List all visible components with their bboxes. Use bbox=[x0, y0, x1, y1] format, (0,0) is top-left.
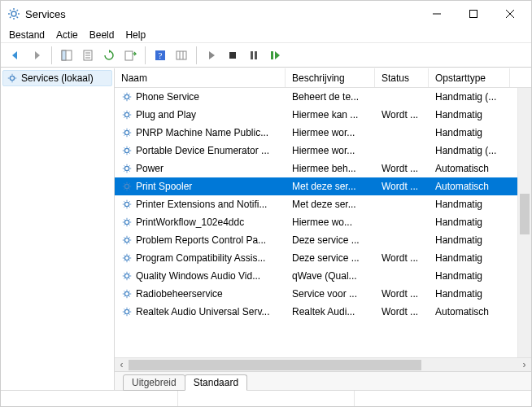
service-gear-icon bbox=[121, 199, 133, 210]
stop-service-button[interactable] bbox=[223, 46, 242, 65]
tabbar: Uitgebreid Standaard bbox=[115, 372, 531, 390]
svg-line-96 bbox=[129, 201, 130, 202]
refresh-button[interactable] bbox=[99, 46, 119, 65]
menu-file[interactable]: Bestand bbox=[9, 29, 45, 41]
service-gear-icon bbox=[121, 109, 133, 120]
service-row[interactable]: Quality Windows Audio Vid...qWave (Qual.… bbox=[115, 267, 531, 285]
svg-rect-27 bbox=[255, 51, 257, 59]
close-button[interactable] bbox=[491, 2, 528, 25]
scroll-right-icon[interactable]: › bbox=[517, 358, 531, 372]
service-gear-icon bbox=[121, 234, 133, 246]
service-startup: Automatisch bbox=[429, 181, 510, 192]
help-button[interactable]: ? bbox=[150, 46, 170, 65]
columns-button[interactable] bbox=[172, 46, 191, 65]
service-name: Printer Extensions and Notifi... bbox=[136, 199, 267, 210]
back-button[interactable] bbox=[6, 46, 25, 65]
service-startup: Handmatig bbox=[429, 109, 510, 120]
svg-line-141 bbox=[129, 291, 130, 291]
menu-action[interactable]: Actie bbox=[56, 29, 78, 41]
service-row[interactable]: Phone ServiceBeheert de te...Handmatig (… bbox=[115, 88, 531, 106]
service-description: Hiermee wo... bbox=[286, 217, 375, 228]
svg-rect-26 bbox=[251, 51, 253, 59]
service-row[interactable]: Printer Extensions and Notifi...Met deze… bbox=[115, 195, 531, 213]
column-header-startup[interactable]: Opstarttype bbox=[429, 68, 510, 87]
export-list-button[interactable] bbox=[120, 46, 140, 65]
svg-point-115 bbox=[124, 256, 129, 260]
svg-line-139 bbox=[129, 296, 130, 297]
service-row[interactable]: Problem Reports Control Pa...Deze servic… bbox=[115, 231, 531, 249]
service-row[interactable]: Plug and PlayHiermee kan ...Wordt ...Han… bbox=[115, 106, 531, 124]
pause-service-button[interactable] bbox=[244, 46, 264, 65]
tab-extended[interactable]: Uitgebreid bbox=[123, 374, 185, 391]
svg-line-113 bbox=[124, 243, 124, 243]
svg-line-94 bbox=[129, 207, 130, 208]
service-startup: Handmatig bbox=[429, 199, 510, 210]
svg-line-41 bbox=[124, 99, 124, 100]
service-description: Deze service ... bbox=[286, 234, 375, 246]
scroll-left-icon[interactable]: ‹ bbox=[115, 358, 129, 372]
restart-service-button[interactable] bbox=[265, 46, 285, 65]
show-hide-tree-button[interactable] bbox=[57, 46, 76, 65]
svg-point-124 bbox=[124, 274, 129, 278]
service-description: Met deze ser... bbox=[286, 199, 375, 210]
svg-line-93 bbox=[124, 201, 124, 202]
svg-line-69 bbox=[129, 147, 130, 148]
service-name: Power bbox=[136, 163, 164, 174]
column-header-name[interactable]: Naam bbox=[115, 68, 286, 87]
sidebar: Services (lokaal) bbox=[1, 68, 115, 390]
service-description: Service voor ... bbox=[286, 288, 375, 300]
menu-view[interactable]: Beeld bbox=[89, 29, 115, 41]
service-description: Met deze ser... bbox=[286, 181, 375, 192]
service-status: Wordt ... bbox=[375, 109, 429, 120]
service-row[interactable]: Realtek Audio Universal Serv...Realtek A… bbox=[115, 303, 531, 321]
maximize-button[interactable] bbox=[455, 2, 491, 25]
svg-line-114 bbox=[129, 237, 130, 238]
svg-point-29 bbox=[10, 76, 14, 80]
svg-point-97 bbox=[124, 220, 129, 224]
service-name: Print Spooler bbox=[136, 181, 192, 192]
column-header-status[interactable]: Status bbox=[375, 68, 429, 87]
vertical-scrollbar[interactable] bbox=[517, 88, 531, 357]
service-row[interactable]: PowerHiermee beh...Wordt ...Automatisch bbox=[115, 160, 531, 177]
service-row[interactable]: Program Compatibility Assis...Deze servi… bbox=[115, 249, 531, 267]
svg-line-121 bbox=[129, 260, 130, 261]
svg-line-49 bbox=[129, 117, 130, 118]
service-name: PNRP Machine Name Public... bbox=[136, 127, 268, 138]
svg-line-59 bbox=[124, 135, 124, 136]
svg-point-43 bbox=[124, 112, 129, 116]
service-status: Wordt ... bbox=[375, 252, 429, 264]
start-service-button[interactable] bbox=[202, 46, 221, 65]
service-name: Portable Device Enumerator ... bbox=[136, 145, 269, 156]
service-status: Wordt ... bbox=[375, 181, 429, 192]
minimize-button[interactable] bbox=[418, 2, 455, 25]
menu-help[interactable]: Help bbox=[125, 29, 146, 41]
menubar: Bestand Actie Beeld Help bbox=[1, 27, 531, 43]
service-name: Quality Windows Audio Vid... bbox=[136, 270, 260, 282]
horizontal-scrollbar[interactable]: ‹ › bbox=[115, 357, 531, 371]
svg-text:?: ? bbox=[159, 50, 163, 60]
service-startup: Automatisch bbox=[429, 306, 510, 317]
forward-button[interactable] bbox=[27, 46, 46, 65]
statusbar bbox=[1, 390, 531, 407]
service-row[interactable]: PrintWorkflow_102e4ddcHiermee wo...Handm… bbox=[115, 213, 531, 231]
tree-node-services-local[interactable]: Services (lokaal) bbox=[2, 70, 112, 86]
properties-button[interactable] bbox=[78, 46, 98, 65]
svg-line-84 bbox=[124, 183, 124, 184]
service-row[interactable]: Portable Device Enumerator ...Hiermee wo… bbox=[115, 142, 531, 160]
service-startup: Handmatig bbox=[429, 234, 510, 246]
main-panel: Naam Beschrijving Status Opstarttype Pho… bbox=[115, 68, 531, 390]
svg-line-147 bbox=[124, 309, 124, 309]
svg-line-42 bbox=[129, 94, 130, 94]
service-name: Plug and Play bbox=[136, 109, 196, 120]
service-row[interactable]: PNRP Machine Name Public...Hiermee wor..… bbox=[115, 124, 531, 142]
column-header-description[interactable]: Beschrijving bbox=[286, 68, 375, 87]
svg-line-75 bbox=[124, 165, 124, 166]
svg-line-150 bbox=[129, 309, 130, 309]
service-row[interactable]: RadiobeheerserviceService voor ...Wordt … bbox=[115, 285, 531, 303]
svg-line-6 bbox=[17, 17, 19, 19]
window-title: Services bbox=[25, 8, 66, 20]
service-row[interactable]: Print SpoolerMet deze ser...Wordt ...Aut… bbox=[115, 177, 531, 195]
tab-standard[interactable]: Standaard bbox=[185, 374, 247, 391]
svg-line-60 bbox=[129, 129, 130, 130]
service-description: Hiermee kan ... bbox=[286, 109, 375, 120]
